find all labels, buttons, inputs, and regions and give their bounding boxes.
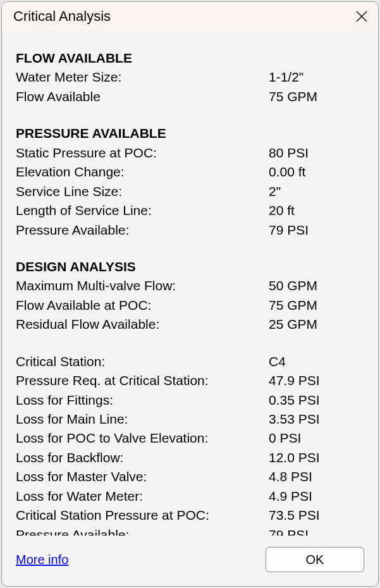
more-info-link[interactable]: More info	[16, 553, 68, 567]
label: Loss for POC to Valve Elevation:	[16, 429, 269, 448]
label: Loss for Master Valve:	[16, 467, 269, 486]
value: 79 PSI	[269, 221, 364, 240]
label: Length of Service Line:	[16, 201, 269, 220]
row-loss-water-meter: Loss for Water Meter: 4.9 PSI	[16, 487, 364, 506]
flow-available-header: FLOW AVAILABLE	[16, 49, 364, 68]
value: 0.35 PSI	[269, 391, 364, 410]
value: 20 ft	[269, 201, 364, 220]
close-icon[interactable]	[355, 10, 368, 23]
row-critical-station: Critical Station: C4	[16, 352, 364, 371]
label: Water Meter Size:	[16, 68, 269, 87]
value: 4.8 PSI	[269, 467, 364, 486]
design-analysis-header: DESIGN ANALYSIS	[16, 257, 364, 276]
row-length-service-line: Length of Service Line: 20 ft	[16, 201, 364, 220]
value: 47.9 PSI	[269, 371, 364, 390]
row-max-multi-valve-flow: Maximum Multi-valve Flow: 50 GPM	[16, 276, 364, 295]
dialog-title: Critical Analysis	[13, 8, 111, 25]
label: Loss for Backflow:	[16, 448, 269, 467]
row-pressure-available-da: Pressure Available: 79 PSI	[16, 525, 364, 536]
label: Pressure Available:	[16, 525, 269, 536]
row-critical-station-pressure: Critical Station Pressure at POC: 73.5 P…	[16, 506, 364, 525]
value: 1-1/2"	[269, 68, 364, 87]
row-service-line-size: Service Line Size: 2"	[16, 182, 364, 201]
pressure-available-header: PRESSURE AVAILABLE	[16, 124, 364, 143]
label: Loss for Water Meter:	[16, 487, 269, 506]
row-loss-main-line: Loss for Main Line: 3.53 PSI	[16, 410, 364, 429]
label: Elevation Change:	[16, 162, 269, 181]
label: Loss for Fittings:	[16, 391, 269, 410]
label: Pressure Available:	[16, 221, 269, 240]
ok-button[interactable]: OK	[266, 547, 364, 572]
row-loss-master-valve: Loss for Master Valve: 4.8 PSI	[16, 467, 364, 486]
label: Maximum Multi-valve Flow:	[16, 276, 269, 295]
value: 4.9 PSI	[269, 487, 364, 506]
value: 2"	[269, 182, 364, 201]
label: Flow Available	[16, 87, 269, 106]
row-pressure-available: Pressure Available: 79 PSI	[16, 221, 364, 240]
value: 0.00 ft	[269, 162, 364, 181]
label: Critical Station:	[16, 352, 269, 371]
row-residual-flow: Residual Flow Available: 25 GPM	[16, 315, 364, 334]
dialog-content: FLOW AVAILABLE Water Meter Size: 1-1/2" …	[2, 31, 378, 536]
value: 75 GPM	[269, 296, 364, 315]
value: C4	[269, 352, 364, 371]
label: Service Line Size:	[16, 182, 269, 201]
label: Residual Flow Available:	[16, 315, 269, 334]
label: Flow Available at POC:	[16, 296, 269, 315]
value: 25 GPM	[269, 315, 364, 334]
value: 79 PSI	[269, 525, 364, 536]
value: 0 PSI	[269, 429, 364, 448]
row-flow-available: Flow Available 75 GPM	[16, 87, 364, 106]
row-pressure-req: Pressure Req. at Critical Station: 47.9 …	[16, 371, 364, 390]
value: 3.53 PSI	[269, 410, 364, 429]
dialog-footer: More info OK	[2, 536, 378, 586]
row-water-meter-size: Water Meter Size: 1-1/2"	[16, 68, 364, 87]
value: 80 PSI	[269, 144, 364, 162]
critical-analysis-dialog: Critical Analysis FLOW AVAILABLE Water M…	[1, 1, 379, 587]
value: 50 GPM	[269, 276, 364, 295]
value: 73.5 PSI	[269, 506, 364, 525]
label: Pressure Req. at Critical Station:	[16, 371, 269, 390]
row-loss-poc-valve: Loss for POC to Valve Elevation: 0 PSI	[16, 429, 364, 448]
label: Loss for Main Line:	[16, 410, 269, 429]
row-flow-available-poc: Flow Available at POC: 75 GPM	[16, 296, 364, 315]
row-loss-fittings: Loss for Fittings: 0.35 PSI	[16, 391, 364, 410]
value: 75 GPM	[269, 87, 364, 106]
label: Critical Station Pressure at POC:	[16, 506, 269, 525]
value: 12.0 PSI	[269, 448, 364, 467]
label: Static Pressure at POC:	[16, 144, 269, 162]
row-elevation-change: Elevation Change: 0.00 ft	[16, 162, 364, 181]
row-static-pressure: Static Pressure at POC: 80 PSI	[16, 144, 364, 162]
row-loss-backflow: Loss for Backflow: 12.0 PSI	[16, 448, 364, 467]
titlebar: Critical Analysis	[2, 2, 378, 31]
